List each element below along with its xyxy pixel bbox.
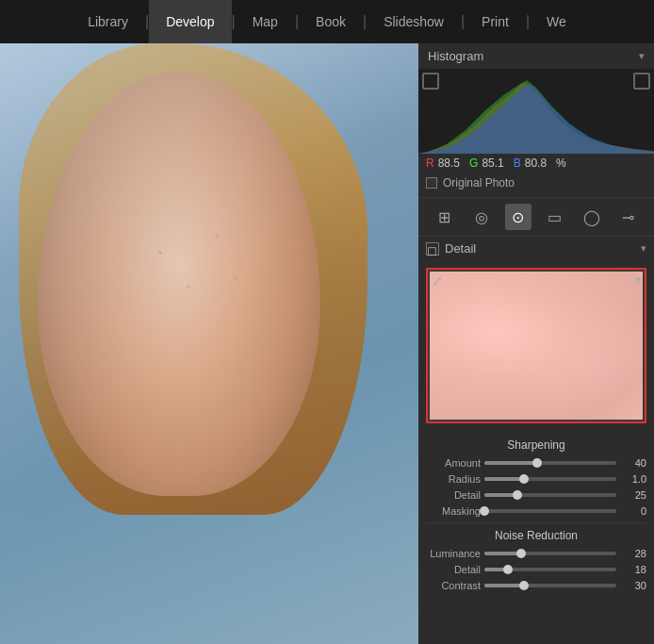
histogram-header: Histogram ▾: [418, 43, 654, 69]
nav-book[interactable]: Book: [299, 0, 363, 43]
nr-detail-slider-row: Detail 18: [426, 564, 646, 575]
grid-tool-icon[interactable]: ⊞: [432, 204, 458, 230]
detail-value: 25: [620, 489, 646, 501]
detail-section: ◻ Detail ▾ ⤢ ▾ Sharpening Amount: [418, 237, 654, 644]
radius-slider-row: Radius 1.0: [426, 473, 646, 485]
hist-rgb-values: R 88.5 G 85.1 B 80.8 %: [418, 154, 654, 173]
nr-detail-value: 18: [620, 564, 646, 575]
sliders-tool-icon[interactable]: ⊸: [615, 204, 642, 230]
detail-title: Detail: [445, 241, 476, 256]
histogram-section: Histogram ▾ R 88.5 G: [418, 43, 654, 197]
top-nav: Library | Develop | Map | Book | Slidesh…: [0, 0, 654, 43]
sliders-section: Sharpening Amount 40 Radius: [418, 431, 654, 603]
hist-r-value: 88.5: [438, 157, 460, 170]
detail-square-icon: ◻: [426, 242, 439, 256]
circle-dot-tool-icon[interactable]: ◎: [468, 204, 495, 230]
hist-clipping-highlight-icon[interactable]: [633, 73, 650, 90]
divider: [426, 522, 646, 523]
contrast-value: 30: [620, 580, 646, 591]
portrait-overlay: [0, 43, 418, 644]
luminance-label: Luminance: [426, 548, 481, 559]
radius-label: Radius: [426, 473, 481, 485]
masking-slider-row: Masking 0: [426, 505, 646, 517]
preview-expand-icon[interactable]: ⤢: [432, 273, 443, 289]
detail-chevron-icon[interactable]: ▾: [641, 242, 646, 255]
nr-detail-track[interactable]: [484, 568, 616, 571]
luminance-slider-row: Luminance 28: [426, 548, 646, 559]
hist-b-value: 80.8: [525, 157, 547, 170]
detail-label: Detail: [426, 489, 481, 501]
luminance-value: 28: [620, 548, 646, 559]
noise-reduction-title: Noise Reduction: [426, 529, 646, 542]
right-panel: Histogram ▾ R 88.5 G: [418, 43, 654, 644]
photo-area: [0, 43, 418, 644]
detail-slider-row: Detail 25: [426, 489, 646, 501]
amount-value: 40: [620, 457, 646, 469]
hist-clipping-shadow-icon[interactable]: [422, 73, 439, 90]
ellipse-tool-icon[interactable]: ◯: [579, 204, 605, 230]
nav-develop[interactable]: Develop: [149, 0, 231, 43]
contrast-track[interactable]: [484, 584, 616, 587]
target-tool-icon[interactable]: ⊙: [505, 204, 531, 230]
hist-r-label: R: [426, 157, 434, 170]
photo-canvas: [0, 43, 418, 644]
nav-library[interactable]: Library: [71, 0, 145, 43]
sharpening-title: Sharpening: [426, 438, 646, 452]
preview-skin-texture: [430, 272, 643, 420]
preview-chevron-icon[interactable]: ▾: [635, 273, 641, 286]
histogram-title: Histogram: [428, 49, 483, 63]
nr-detail-label: Detail: [426, 564, 481, 575]
hist-percent: %: [556, 157, 566, 170]
detail-header: ◻ Detail ▾: [418, 237, 654, 260]
nav-print[interactable]: Print: [465, 0, 526, 43]
amount-slider-row: Amount 40: [426, 457, 646, 469]
nav-map[interactable]: Map: [236, 0, 295, 43]
preview-box: ⤢ ▾: [426, 268, 646, 423]
nav-slideshow[interactable]: Slideshow: [367, 0, 461, 43]
histogram-chart: [418, 69, 654, 154]
masking-label: Masking: [426, 505, 481, 517]
hist-g-value: 85.1: [482, 157, 503, 170]
radius-value: 1.0: [620, 473, 646, 485]
radius-track[interactable]: [484, 477, 616, 481]
luminance-track[interactable]: [484, 552, 616, 555]
histogram-chevron-icon[interactable]: ▾: [639, 50, 645, 62]
detail-track[interactable]: [484, 493, 616, 497]
masking-track[interactable]: [484, 509, 616, 513]
contrast-label: Contrast: [426, 580, 481, 591]
hist-g-label: G: [469, 157, 478, 170]
hist-b-label: B: [514, 157, 521, 170]
histogram-box: [418, 69, 654, 154]
original-photo-label: Original Photo: [443, 176, 515, 190]
amount-track[interactable]: [484, 461, 616, 465]
original-photo-row: Original Photo: [418, 173, 654, 193]
rect-tool-icon[interactable]: ▭: [542, 204, 568, 230]
nav-web[interactable]: We: [530, 0, 583, 43]
preview-box-wrap: ⤢ ▾: [418, 260, 654, 431]
main-layout: Histogram ▾ R 88.5 G: [0, 43, 654, 644]
amount-label: Amount: [426, 457, 481, 469]
original-photo-checkbox[interactable]: [426, 177, 437, 189]
masking-value: 0: [620, 505, 646, 517]
contrast-slider-row: Contrast 30: [426, 580, 646, 591]
tool-icons-row: ⊞ ◎ ⊙ ▭ ◯ ⊸: [418, 197, 654, 237]
